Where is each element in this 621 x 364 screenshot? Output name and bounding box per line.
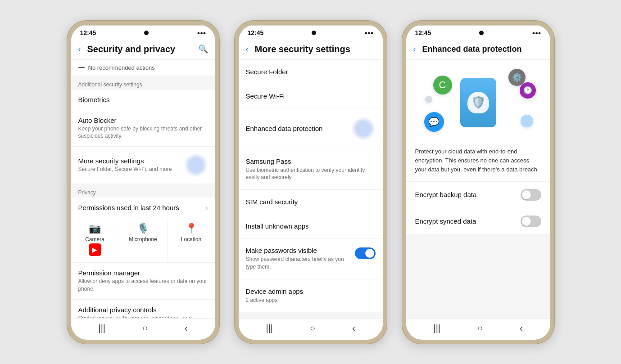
permissions-title: Permissions used in last 24 hours xyxy=(78,204,201,211)
samsung-pass-item[interactable]: Samsung Pass Use biometric authenticatio… xyxy=(239,149,383,190)
encrypt-backup-row[interactable]: Encrypt backup data xyxy=(406,182,550,208)
location-perm[interactable]: 📍 Location · xyxy=(168,218,215,262)
camera-perm[interactable]: 📷 Camera ▶ xyxy=(71,218,119,262)
secure-folder-item[interactable]: Secure Folder xyxy=(239,60,383,84)
settings-icon: ⚙️ xyxy=(508,69,526,86)
microphone-icon: 🎙️ xyxy=(137,223,149,234)
privacy-controls-subtitle: Control access to the camera, microphone… xyxy=(78,315,208,318)
make-passwords-sub: Show password characters briefly as you … xyxy=(246,256,349,271)
screen-content-1: No recommended actions Additional securi… xyxy=(71,60,215,318)
section-label-security: Additional security settings xyxy=(71,76,215,90)
device-admin-sub: 2 active apps xyxy=(246,297,376,304)
bottom-nav-3: ||| ○ ‹ xyxy=(406,318,550,340)
page-title-3: Enhanced data protection xyxy=(422,45,543,54)
back-button-2[interactable]: ‹ xyxy=(246,44,251,55)
permissions-row: 📷 Camera ▶ 🎙️ Microphone · 📍 Location · xyxy=(71,218,215,263)
install-unknown-title: Install unknown apps xyxy=(246,222,376,230)
nav-back-2[interactable]: ‹ xyxy=(352,323,355,333)
more-security-item[interactable]: More security settings Secure Folder, Se… xyxy=(71,147,215,184)
privacy-controls-item[interactable]: Additional privacy controls Control acce… xyxy=(71,300,215,318)
encrypt-backup-toggle[interactable] xyxy=(521,189,541,201)
camera-dot-1 xyxy=(144,31,149,35)
page-header-1: ‹ Security and privacy 🔍 xyxy=(71,38,215,60)
samsung-pass-sub: Use biometric authentication to verify y… xyxy=(246,166,376,182)
location-icon: 📍 xyxy=(185,223,197,234)
bottom-nav-1: ||| ○ ‹ xyxy=(71,318,215,340)
page-title-1: Security and privacy xyxy=(87,44,195,54)
permission-manager-item[interactable]: Permission manager Allow or deny apps to… xyxy=(71,263,215,300)
install-unknown-item[interactable]: Install unknown apps xyxy=(239,214,383,238)
time-2: 12:45 xyxy=(248,29,264,36)
youtube-icon: ▶ xyxy=(89,243,101,256)
location-label: Location xyxy=(181,236,201,243)
samsung-pass-title: Samsung Pass xyxy=(246,157,376,165)
status-bar-2: 12:45 ●●● xyxy=(239,25,383,38)
no-action-bar: No recommended actions xyxy=(71,60,215,76)
bottom-nav-2: ||| ○ ‹ xyxy=(239,318,383,340)
permissions-item[interactable]: Permissions used in last 24 hours › xyxy=(71,198,215,218)
more-security-subtitle: Secure Folder, Secure Wi-Fi, and more xyxy=(78,166,179,173)
privacy-controls-title: Additional privacy controls xyxy=(78,306,208,314)
dot-decoration xyxy=(425,96,432,103)
make-passwords-item[interactable]: Make passwords visible Show password cha… xyxy=(239,238,383,279)
clock-icon: 🕐 xyxy=(520,82,536,99)
microphone-perm[interactable]: 🎙️ Microphone · xyxy=(119,218,168,262)
encrypt-synced-row[interactable]: Encrypt synced data xyxy=(406,208,550,235)
nav-recent-3[interactable]: ||| xyxy=(433,323,440,333)
permission-manager-subtitle: Allow or deny apps to access features or… xyxy=(78,278,208,293)
device-admin-title: Device admin apps xyxy=(246,288,376,295)
search-icon-1[interactable]: 🔍 xyxy=(198,44,208,54)
camera-dot-3 xyxy=(479,31,484,35)
auto-blocker-item[interactable]: Auto Blocker Keep your phone safe by blo… xyxy=(71,110,215,147)
nav-home-3[interactable]: ○ xyxy=(477,323,483,333)
phone-3: 12:45 ●●● ‹ Enhanced data protection C 💬… xyxy=(402,20,555,344)
nav-back-3[interactable]: ‹ xyxy=(520,323,523,333)
enhanced-protection-title: Enhanced data protection xyxy=(246,125,323,132)
nav-home-2[interactable]: ○ xyxy=(310,323,315,333)
no-action-text: No recommended actions xyxy=(88,64,155,71)
secure-folder-title: Secure Folder xyxy=(246,68,376,76)
enhanced-protection-item[interactable]: Enhanced data protection xyxy=(239,108,383,149)
screen-content-3: C 💬 🛡️ ⚙️ 🕐 Protect your cloud data with… xyxy=(406,60,550,318)
secure-wifi-title: Secure Wi-Fi xyxy=(246,92,376,100)
dash-icon xyxy=(78,67,85,68)
auto-blocker-subtitle: Keep your phone safe by blocking threats… xyxy=(78,125,208,140)
ripple-effect-1 xyxy=(184,153,208,177)
status-icons-3: ●●● xyxy=(532,30,541,36)
device-admin-item[interactable]: Device admin apps 2 active apps xyxy=(239,279,383,313)
microphone-sub: · xyxy=(142,243,144,249)
nav-recent-2[interactable]: ||| xyxy=(266,323,273,333)
chevron-icon-permissions: › xyxy=(206,204,208,211)
camera-icon: 📷 xyxy=(89,223,101,234)
page-title-2: More security settings xyxy=(255,44,376,54)
make-passwords-toggle[interactable] xyxy=(355,247,376,259)
time-1: 12:45 xyxy=(80,29,96,36)
encrypt-backup-label: Encrypt backup data xyxy=(415,191,477,198)
back-button-3[interactable]: ‹ xyxy=(413,44,419,55)
privacy-label: Privacy xyxy=(71,184,215,198)
shield-phone: 🛡️ xyxy=(460,78,496,127)
ripple-effect-2 xyxy=(351,117,376,141)
nav-recent-1[interactable]: ||| xyxy=(98,323,105,333)
microphone-label: Microphone xyxy=(129,236,157,243)
biometrics-title: Biometrics xyxy=(78,96,208,103)
status-bar-1: 12:45 ●●● xyxy=(71,25,215,38)
status-icons-1: ●●● xyxy=(197,30,206,36)
contacts-icon: C xyxy=(433,76,452,94)
back-button-1[interactable]: ‹ xyxy=(78,44,84,55)
phone-2: 12:45 ●●● ‹ More security settings Secur… xyxy=(234,20,387,344)
camera-label: Camera xyxy=(85,236,104,243)
credential-label: Credential storage xyxy=(239,312,383,318)
time-3: 12:45 xyxy=(415,29,431,36)
make-passwords-title: Make passwords visible xyxy=(246,247,349,254)
shield-icon: 🛡️ xyxy=(467,92,489,113)
biometrics-item[interactable]: Biometrics xyxy=(71,90,215,110)
auto-blocker-title: Auto Blocker xyxy=(78,117,208,124)
camera-dot-2 xyxy=(312,31,316,35)
status-bar-3: 12:45 ●●● xyxy=(406,25,550,38)
nav-back-1[interactable]: ‹ xyxy=(185,323,188,333)
encrypt-synced-toggle[interactable] xyxy=(521,216,541,227)
nav-home-1[interactable]: ○ xyxy=(142,323,148,333)
sim-security-item[interactable]: SIM card security xyxy=(239,190,383,214)
secure-wifi-item[interactable]: Secure Wi-Fi xyxy=(239,84,383,108)
